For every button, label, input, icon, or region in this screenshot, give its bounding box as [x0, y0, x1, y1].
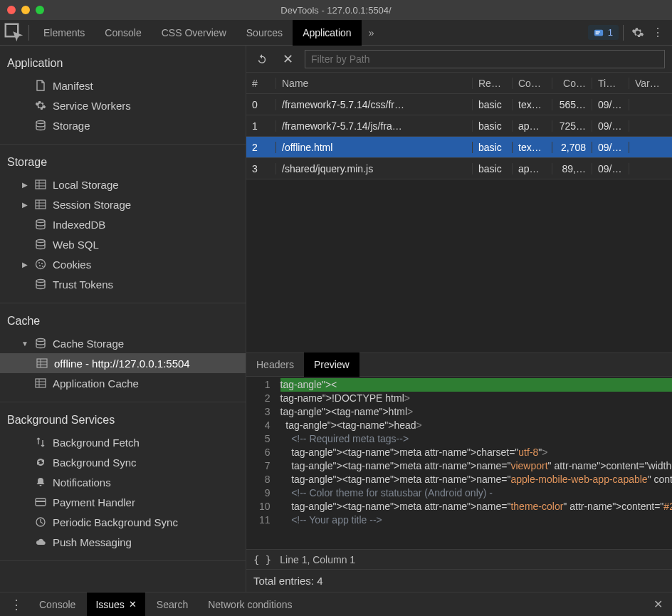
tab-elements[interactable]: Elements: [33, 20, 95, 46]
sidebar-item[interactable]: Periodic Background Sync: [0, 512, 246, 532]
sidebar-item[interactable]: Payment Handler: [0, 492, 246, 512]
sidebar-item-label: Push Messaging: [53, 536, 132, 548]
svg-point-13: [36, 220, 45, 223]
cell-content-length: 565…: [552, 99, 592, 110]
bell-icon: [34, 476, 47, 489]
grid-icon: [36, 357, 48, 370]
sidebar-item[interactable]: Push Messaging: [0, 532, 246, 552]
table-row[interactable]: 2/offline.htmlbasictex…2,70809/…: [246, 137, 672, 158]
sidebar-item[interactable]: Background Fetch: [0, 432, 246, 452]
col-header-vary[interactable]: Var…: [629, 78, 672, 89]
cell-name: /framework7-5.7.14/css/fr…: [276, 99, 473, 110]
sidebar-item-label: Cache Storage: [53, 338, 124, 350]
tab-application[interactable]: Application: [293, 20, 362, 46]
sidebar-item[interactable]: ▶Session Storage: [0, 194, 246, 214]
cursor-position: Line 1, Column 1: [280, 554, 355, 565]
col-header-name[interactable]: Name: [276, 78, 473, 89]
code-status-bar: { } Line 1, Column 1: [246, 549, 672, 569]
col-header-time[interactable]: Ti…: [592, 78, 629, 89]
table-row[interactable]: 0/framework7-5.7.14/css/fr…basictex…565……: [246, 94, 672, 115]
clock-icon: [34, 516, 47, 528]
sidebar-item[interactable]: Storage: [0, 115, 246, 135]
detail-tab-headers[interactable]: Headers: [246, 353, 304, 377]
sidebar-item[interactable]: ▶Cookies: [0, 254, 246, 274]
svg-rect-22: [37, 359, 47, 367]
db-icon: [34, 337, 47, 350]
col-header-content-length[interactable]: Co…: [552, 78, 592, 89]
col-header-index[interactable]: #: [246, 78, 276, 89]
svg-rect-3: [595, 33, 598, 33]
sidebar-item[interactable]: IndexedDB: [0, 214, 246, 234]
code-content: tag-angle"><tag-name">!DOCTYPE html> tag…: [278, 377, 672, 550]
separator: [623, 25, 624, 41]
sidebar-item[interactable]: Background Sync: [0, 452, 246, 472]
drawer-tab-search[interactable]: Search: [148, 592, 196, 617]
svg-point-18: [39, 265, 41, 266]
cell-response: basic: [473, 99, 513, 110]
sidebar-item[interactable]: Manifest: [0, 75, 246, 95]
db-icon: [34, 218, 47, 231]
svg-point-16: [38, 262, 40, 263]
sidebar-item[interactable]: Trust Tokens: [0, 274, 246, 294]
sidebar-section-heading: Application: [0, 53, 246, 75]
more-menu-button[interactable]: ⋮: [648, 26, 668, 39]
sidebar-item-label: Local Storage: [53, 179, 119, 191]
table-row[interactable]: 1/framework7-5.7.14/js/fra…basicap…725…0…: [246, 115, 672, 137]
cell-content-length: 89,…: [552, 163, 592, 174]
tabs-overflow-button[interactable]: »: [362, 20, 382, 46]
close-icon[interactable]: ✕: [129, 599, 137, 610]
refresh-button[interactable]: [253, 51, 271, 68]
expand-arrow-icon[interactable]: ▶: [21, 201, 28, 209]
delete-selected-button[interactable]: ✕: [279, 51, 296, 68]
filter-input[interactable]: [305, 50, 665, 68]
drawer-tab-network-conditions[interactable]: Network conditions: [199, 592, 300, 617]
application-sidebar: ApplicationManifestService WorkersStorag…: [0, 46, 246, 592]
cell-time: 09/…: [592, 120, 629, 132]
pretty-print-button[interactable]: { }: [253, 554, 271, 565]
svg-rect-26: [36, 379, 46, 387]
settings-button[interactable]: [628, 26, 648, 39]
sidebar-item[interactable]: ▶Local Storage: [0, 174, 246, 194]
col-header-content-type[interactable]: Co…: [513, 78, 552, 89]
detail-tab-preview[interactable]: Preview: [304, 353, 359, 377]
expand-arrow-icon[interactable]: ▶: [21, 261, 28, 268]
sidebar-item-label: Trust Tokens: [53, 278, 113, 291]
table-row[interactable]: 3/shared/jquery.min.jsbasicap…89,…09/…: [246, 158, 672, 179]
issues-count: 1: [608, 27, 613, 38]
sidebar-item[interactable]: Application Cache: [0, 373, 246, 393]
tab-sources[interactable]: Sources: [236, 20, 293, 46]
updown-icon: [34, 436, 47, 449]
sidebar-item[interactable]: offline - http://127.0.0.1:5504: [0, 353, 246, 373]
sidebar-item[interactable]: Service Workers: [0, 95, 246, 115]
sidebar-item[interactable]: Web SQL: [0, 234, 246, 254]
cell-content-length: 2,708: [552, 142, 592, 153]
cell-content-type: ap…: [513, 120, 552, 132]
sidebar-item[interactable]: Notifications: [0, 472, 246, 492]
tab-css-overview[interactable]: CSS Overview: [152, 20, 236, 46]
drawer-tab-issues[interactable]: Issues ✕: [87, 592, 145, 617]
col-header-response[interactable]: Re…: [473, 78, 513, 89]
expand-arrow-icon[interactable]: ▼: [21, 340, 28, 348]
drawer-more-button[interactable]: ⋮: [6, 597, 28, 612]
sidebar-item-label: Web SQL: [53, 239, 99, 251]
drawer-tab-console[interactable]: Console: [31, 592, 84, 617]
zoom-window-button[interactable]: [36, 6, 44, 14]
cell-content-type: tex…: [513, 99, 552, 110]
close-window-button[interactable]: [7, 6, 16, 14]
sidebar-item[interactable]: ▼Cache Storage: [0, 333, 246, 353]
detail-tab-bar: Headers Preview: [246, 353, 672, 377]
sidebar-item-label: Service Workers: [53, 100, 131, 112]
cloud-icon: [34, 536, 47, 548]
issues-badge[interactable]: 1: [588, 25, 619, 40]
tab-console[interactable]: Console: [95, 20, 151, 46]
main-tab-bar: Elements Console CSS Overview Sources Ap…: [0, 20, 672, 46]
inspect-element-button[interactable]: [4, 23, 24, 43]
sidebar-section-heading: Background Services: [0, 409, 246, 432]
table-header-row: # Name Re… Co… Co… Ti… Var…: [246, 73, 672, 94]
minimize-window-button[interactable]: [21, 6, 30, 14]
db-icon: [34, 238, 47, 251]
cell-response: basic: [473, 142, 513, 153]
expand-arrow-icon[interactable]: ▶: [21, 181, 28, 189]
drawer-close-button[interactable]: ✕: [649, 597, 666, 611]
preview-code-view[interactable]: 1234567891011 tag-angle"><tag-name">!DOC…: [246, 377, 672, 550]
